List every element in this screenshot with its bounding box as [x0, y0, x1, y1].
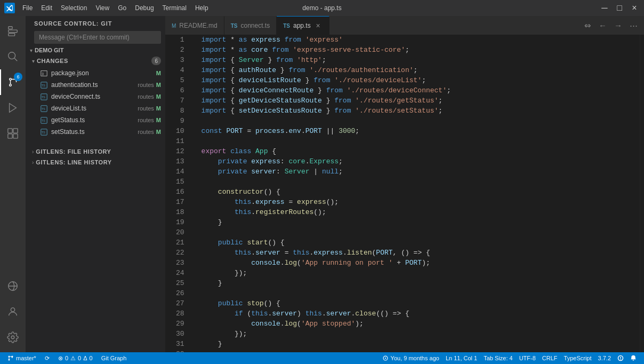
file-name-authentication: authentication.ts: [51, 81, 135, 89]
gitlens-line-label: GITLENS: LINE HISTORY: [36, 159, 111, 165]
titlebar: File Edit Selection View Go Debug Termin…: [0, 0, 644, 16]
status-gitlens[interactable]: You, 9 months ago: [379, 352, 442, 364]
tab-icon-connect: TS: [231, 23, 238, 29]
minimize-button[interactable]: ─: [599, 3, 610, 13]
file-path-authentication: routes: [138, 82, 154, 88]
info-count: 0: [90, 355, 93, 361]
warnings-count: 0: [78, 355, 81, 361]
close-button[interactable]: ×: [629, 3, 640, 13]
svg-rect-13: [13, 134, 18, 138]
file-name-deviceconnect: deviceConnect.ts: [51, 93, 135, 100]
changes-section: ▾ DEMO GIT ▾ CHANGES 6 {} package.json M: [26, 46, 165, 352]
status-sync[interactable]: ⟳: [42, 352, 53, 364]
activity-explorer[interactable]: [0, 18, 26, 44]
menu-file[interactable]: File: [19, 3, 36, 13]
file-status-package: M: [156, 70, 161, 76]
gitlens-sections: › GITLENS: FILE HISTORY › GITLENS: LINE …: [26, 146, 165, 168]
activity-bar: 6: [0, 16, 26, 352]
file-item-package[interactable]: {} package.json M: [26, 67, 165, 79]
commit-input[interactable]: [34, 31, 161, 44]
minimap: [640, 35, 644, 352]
activity-remote[interactable]: [0, 273, 26, 299]
demo-git-header[interactable]: ▾ DEMO GIT: [26, 46, 165, 54]
status-bar: master* ⟳ ⊗ 0 ⚠ 0 Δ 0 Git Graph You, 9 m…: [0, 352, 644, 364]
menu-bar[interactable]: File Edit Selection View Go Debug Termin…: [19, 3, 212, 13]
changes-label: CHANGES: [37, 58, 149, 64]
git-badge: 6: [14, 73, 22, 81]
demo-git-label: DEMO GIT: [35, 47, 63, 53]
status-language[interactable]: TypeScript: [561, 352, 595, 364]
status-branch[interactable]: master*: [4, 352, 39, 364]
menu-help[interactable]: Help: [192, 3, 212, 13]
tab-appTs[interactable]: TS app.ts ×: [277, 16, 329, 35]
svg-rect-0: [9, 27, 12, 29]
menu-edit[interactable]: Edit: [38, 3, 55, 13]
line-numbers: 12345 678910 1112131415 1617181920 21222…: [165, 35, 193, 352]
code-editor[interactable]: import * as express from 'express' impor…: [193, 35, 640, 352]
file-icon-getstatus: TS: [41, 116, 48, 124]
gitlens-line-history[interactable]: › GITLENS: LINE HISTORY: [26, 157, 165, 168]
branch-name: master*: [16, 355, 36, 361]
status-tab-size[interactable]: Tab Size: 4: [480, 352, 516, 364]
navigate-forward-button[interactable]: →: [612, 20, 624, 31]
demo-git-chevron: ▾: [30, 48, 33, 53]
activity-debug[interactable]: [0, 95, 26, 121]
changes-count: 6: [151, 57, 161, 65]
file-name-package: package.json: [51, 69, 154, 77]
activity-settings[interactable]: [0, 325, 26, 350]
menu-go[interactable]: Go: [115, 3, 130, 13]
file-icon-deviceconnect: TS: [41, 93, 48, 100]
svg-point-33: [620, 359, 621, 360]
maximize-button[interactable]: □: [614, 3, 625, 13]
svg-text:TS: TS: [42, 95, 45, 98]
status-version[interactable]: 3.7.2: [595, 352, 614, 364]
status-position[interactable]: Ln 11, Col 1: [442, 352, 480, 364]
file-status-devicelist: M: [156, 105, 161, 112]
tab-readme[interactable]: M README.md: [165, 16, 224, 35]
sync-icon: ⟳: [45, 355, 50, 362]
svg-text:TS: TS: [42, 118, 45, 122]
activity-extensions[interactable]: [0, 121, 26, 146]
svg-point-32: [384, 358, 385, 359]
activity-git[interactable]: 6: [0, 69, 26, 95]
gitlens-file-history[interactable]: › GITLENS: FILE HISTORY: [26, 146, 165, 157]
tab-label-appTs: app.ts: [293, 22, 311, 29]
status-notifications[interactable]: [627, 352, 640, 364]
svg-point-5: [10, 78, 12, 81]
menu-terminal[interactable]: Terminal: [159, 3, 190, 13]
menu-selection[interactable]: Selection: [58, 3, 90, 13]
status-errors[interactable]: ⊗ 0 ⚠ 0 Δ 0: [55, 352, 96, 364]
activity-account[interactable]: [0, 299, 26, 325]
status-line-ending[interactable]: CRLF: [539, 352, 561, 364]
warnings-icon: ⚠: [70, 355, 76, 362]
file-item-setstatus[interactable]: TS setStatus.ts routes M: [26, 126, 165, 138]
file-path-devicelist: routes: [138, 105, 154, 112]
file-item-devicelist[interactable]: TS deviceList.ts routes M: [26, 102, 165, 114]
svg-point-28: [9, 356, 10, 358]
activity-search[interactable]: [0, 44, 26, 69]
menu-view[interactable]: View: [92, 3, 112, 13]
status-git-graph[interactable]: Git Graph: [98, 352, 130, 364]
errors-count: 0: [65, 355, 68, 361]
navigate-back-button[interactable]: ←: [597, 20, 609, 31]
changes-header[interactable]: ▾ CHANGES 6: [26, 54, 165, 67]
more-actions-button[interactable]: ⋯: [627, 20, 640, 31]
file-status-deviceconnect: M: [156, 93, 161, 100]
file-item-getstatus[interactable]: TS getStatus.ts routes M: [26, 114, 165, 126]
line-ending-text: CRLF: [542, 355, 558, 361]
status-encoding[interactable]: UTF-8: [516, 352, 539, 364]
status-feedback[interactable]: [614, 352, 627, 364]
git-graph-label: Git Graph: [101, 355, 127, 361]
vscode-logo: [4, 3, 15, 13]
file-path-getstatus: routes: [138, 117, 154, 123]
file-item-deviceconnect[interactable]: TS deviceConnect.ts routes M: [26, 91, 165, 102]
position-text: Ln 11, Col 1: [446, 355, 477, 361]
tab-connect[interactable]: TS connect.ts: [224, 16, 277, 35]
svg-point-16: [11, 336, 14, 339]
file-item-authentication[interactable]: TS authentication.ts routes M: [26, 79, 165, 91]
window-controls[interactable]: ─ □ ×: [599, 3, 640, 13]
split-editor-button[interactable]: ⇔: [582, 20, 593, 31]
menu-debug[interactable]: Debug: [132, 3, 157, 13]
tab-close-appTs[interactable]: ×: [314, 21, 323, 30]
svg-point-3: [9, 52, 15, 59]
